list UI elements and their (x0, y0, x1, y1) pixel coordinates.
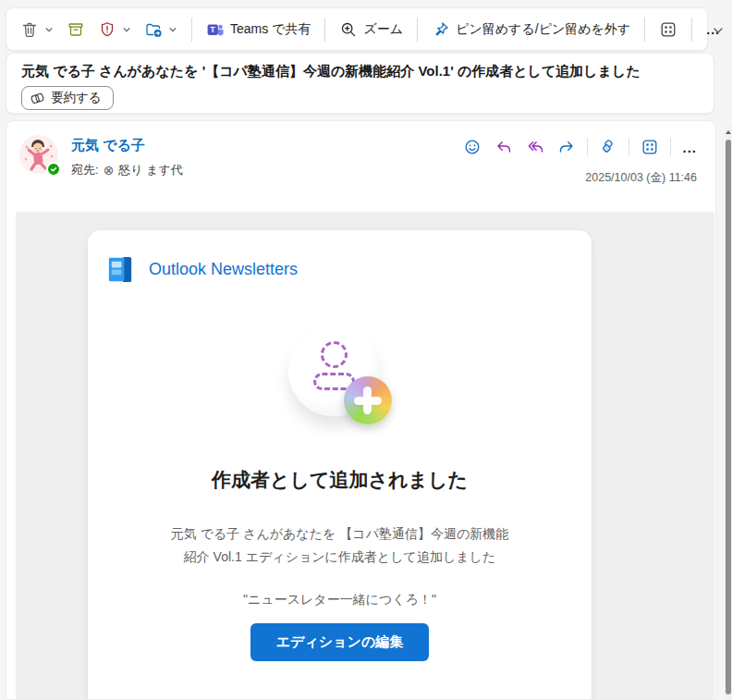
toolbar-divider (191, 18, 192, 42)
message-date: 2025/10/03 (金) 11:46 (585, 170, 697, 186)
reply-button[interactable] (489, 136, 518, 158)
forward-icon (557, 138, 576, 156)
brand-row: Outlook Newsletters (104, 253, 592, 286)
sender-name[interactable]: 元気 でる子 (71, 137, 145, 154)
toolbar-overflow-chevron[interactable] (712, 24, 725, 37)
newsletter-card: Outlook Newsletters 作成者として追加されました 元気 でる子… (88, 230, 592, 699)
reaction-button[interactable] (458, 136, 487, 158)
share-to-teams-button[interactable]: T Teams で共有 (200, 16, 317, 43)
outlook-newsletters-icon (104, 253, 137, 286)
scrollbar-up-arrow[interactable] (725, 129, 732, 136)
recipient-row: 宛先: ⊗ 怒り ます代 (71, 162, 183, 178)
message-card: 元気 でる子 宛先: ⊗ 怒り ます代 (6, 120, 716, 700)
chevron-down-icon (44, 25, 54, 34)
share-to-teams-label: Teams で共有 (230, 21, 311, 38)
grid-button[interactable] (653, 16, 684, 43)
message-actions: ... (458, 136, 702, 158)
chevron-down-icon (168, 25, 177, 34)
copilot-icon (30, 91, 45, 106)
shield-warning-icon (98, 20, 116, 39)
apps-icon (599, 138, 617, 156)
recipient-name[interactable]: 怒り ます代 (118, 162, 183, 178)
chevron-down-icon (712, 24, 725, 37)
pin-button[interactable]: ピン留めする/ピン留めを外す (425, 16, 637, 43)
smiley-icon (463, 138, 482, 156)
delete-button[interactable] (14, 16, 60, 43)
sender-avatar[interactable] (19, 135, 58, 174)
move-to-folder-button[interactable] (138, 16, 184, 43)
zoom-button[interactable]: ズーム (333, 16, 409, 43)
body-line-2: 紹介 Vol.1 エディションに作成者として追加しました (88, 546, 592, 569)
reply-all-button[interactable] (520, 136, 550, 158)
message-grid-button[interactable] (635, 136, 665, 158)
recipient-presence-icon: ⊗ (104, 164, 115, 177)
pin-label: ピン留めする/ピン留めを外す (456, 21, 630, 38)
chevron-down-icon (122, 25, 131, 34)
check-icon (50, 166, 57, 173)
edit-edition-button[interactable]: エディションの編集 (250, 623, 429, 661)
brand-name: Outlook Newsletters (149, 260, 298, 279)
pin-icon (432, 20, 450, 39)
outlook-reading-pane: T Teams で共有 ズーム ピン留めする/ピン留めを外す (0, 0, 732, 700)
summarize-button[interactable]: 要約する (21, 86, 114, 110)
email-heading: 作成者として追加されました (88, 467, 592, 493)
toolbar-divider (691, 18, 692, 42)
presence-available-badge (46, 162, 61, 177)
report-button[interactable] (92, 16, 138, 43)
toolbar: T Teams で共有 ズーム ピン留めする/ピン留めを外す (6, 7, 708, 51)
to-label: 宛先: (71, 162, 99, 178)
toolbar-divider (644, 18, 645, 42)
toolbar-divider (417, 18, 418, 42)
email-body-background: Outlook Newsletters 作成者として追加されました 元気 でる子… (16, 212, 714, 699)
apps-button[interactable] (593, 136, 623, 158)
svg-text:T: T (211, 25, 216, 34)
actions-divider (670, 138, 671, 156)
subject-title: 元気 でる子 さんがあなたを '【コパ塾通信】今週の新機能紹介 Vol.1' の… (21, 63, 699, 80)
subject-card: 元気 でる子 さんがあなたを '【コパ塾通信】今週の新機能紹介 Vol.1' の… (6, 53, 714, 114)
forward-button[interactable] (552, 136, 581, 158)
grid-icon (659, 20, 677, 39)
email-quote: "ニュースレター一緒につくろ！" (88, 592, 592, 608)
reply-icon (494, 138, 513, 156)
archive-button[interactable] (60, 16, 92, 43)
summarize-label: 要約する (51, 90, 102, 106)
folder-move-icon (144, 20, 163, 39)
trash-icon (20, 20, 39, 39)
scrollbar-thumb[interactable] (726, 140, 731, 694)
actions-divider (628, 138, 629, 156)
teams-icon: T (206, 20, 225, 39)
actions-divider (587, 138, 588, 156)
zoom-label: ズーム (363, 21, 403, 38)
toolbar-divider (324, 18, 325, 42)
message-more-button[interactable]: ... (677, 140, 702, 155)
magnifier-plus-icon (339, 20, 358, 39)
body-line-1: 元気 でる子 さんがあなたを 【コパ塾通信】今週の新機能 (88, 522, 592, 546)
add-author-illustration (288, 325, 392, 424)
reply-all-icon (526, 138, 544, 156)
add-plus-icon (344, 376, 392, 424)
message-header: 元気 でる子 宛先: ⊗ 怒り ます代 (6, 121, 715, 212)
dashed-person-head (321, 341, 348, 368)
email-body-text: 元気 でる子 さんがあなたを 【コパ塾通信】今週の新機能 紹介 Vol.1 エデ… (88, 522, 592, 569)
grid-icon (640, 138, 659, 156)
archive-icon (67, 20, 85, 39)
